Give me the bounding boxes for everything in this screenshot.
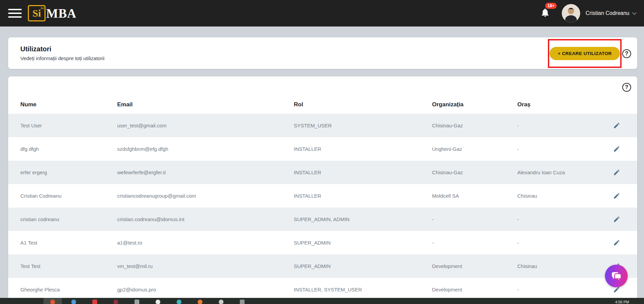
table-row: Test Testvm_test@mil.ruSUPER_ADMINDevelo…: [8, 254, 637, 278]
cell-email: gp2@idomus.pro: [117, 287, 294, 292]
page-header-text: Utilizatori Vedeți informații despre toț…: [8, 45, 105, 61]
edit-user-button[interactable]: [599, 239, 625, 246]
taskbar: 4:56 PM: [0, 298, 644, 304]
cell-rol: SUPER_ADMIN, ADMIN: [294, 216, 432, 222]
page-header-card: Utilizatori Vedeți informații despre toț…: [8, 37, 637, 69]
hamburger-menu-icon[interactable]: [8, 9, 22, 18]
topbar-right: 18+ Cristian Codreanu: [540, 4, 636, 22]
page-title: Utilizatori: [20, 45, 105, 53]
cell-nume: Cristian Codreanu: [20, 193, 117, 199]
avatar[interactable]: [562, 4, 580, 22]
users-table-card: ? Nume Email Rol Organizația Oraș Test U…: [8, 76, 637, 304]
taskbar-app-blue-icon[interactable]: [71, 300, 76, 304]
taskbar-clock: 4:56 PM: [615, 300, 629, 304]
edit-user-button[interactable]: [599, 169, 625, 176]
cell-oras: -: [517, 146, 599, 152]
cell-rol: INSTALLER: [294, 146, 432, 152]
column-header-email: Email: [117, 101, 294, 108]
cell-email: cristiancodreanugroup@gmail.com: [117, 193, 294, 199]
annotation-highlight-box: + CREARE UTILIZATOR: [548, 39, 622, 68]
taskbar-app-lightgray-icon[interactable]: [219, 300, 223, 304]
edit-user-button[interactable]: [599, 216, 625, 223]
cell-nume: Test User: [20, 123, 117, 128]
chat-widget-button[interactable]: [605, 265, 628, 287]
cell-email: wefewrferfe@ergfer.ti: [117, 169, 294, 175]
table-row: dfg dfghszdsfghbnm@efg.dfghINSTALLERUngh…: [8, 137, 637, 161]
table-row: Cristian Codreanucristiancodreanugroup@g…: [8, 184, 637, 208]
cell-oras: -: [517, 123, 599, 128]
cell-nume: A1 Test: [20, 240, 117, 246]
cell-rol: INSTALLER: [294, 169, 432, 175]
create-user-button[interactable]: + CREARE UTILIZATOR: [550, 47, 620, 60]
column-header-organizatia: Organizația: [432, 101, 517, 108]
edit-pencil-icon: [613, 169, 620, 176]
taskbar-app-gray2-icon[interactable]: [240, 300, 245, 304]
table-row: A1 Testa1@test.roSUPER_ADMIN--: [8, 231, 637, 254]
user-menu[interactable]: Cristian Codreanu: [586, 10, 629, 16]
edit-user-button[interactable]: [599, 286, 625, 293]
taskbar-app-orange-icon[interactable]: [198, 300, 202, 304]
app-logo: Si 14 MBA: [28, 5, 76, 21]
cell-oras: Chisinau: [517, 263, 599, 269]
topbar: Si 14 MBA 18+ Cristian Codreanu: [0, 0, 644, 26]
cell-nume: erfer ergerg: [20, 169, 117, 175]
help-icon[interactable]: ?: [622, 49, 631, 58]
cell-organizatia: Development: [432, 287, 517, 292]
cell-organizatia: Chisinau-Gaz: [432, 123, 517, 128]
edit-pencil-icon: [613, 192, 620, 199]
table-row: cristian codreanucristian.codreanu@idomu…: [8, 208, 637, 231]
taskbar-app-white-icon[interactable]: [156, 300, 160, 304]
cell-email: szdsfghbnm@efg.dfgh: [117, 146, 294, 152]
edit-pencil-icon: [613, 122, 620, 129]
cell-oras: -: [517, 287, 599, 292]
edit-pencil-icon: [613, 239, 620, 246]
cell-nume: cristian codreanu: [20, 216, 117, 222]
cell-organizatia: -: [432, 216, 517, 222]
cell-rol: SUPER_ADMIN: [294, 240, 432, 246]
cell-organizatia: -: [432, 240, 517, 246]
notifications-button[interactable]: 18+: [540, 7, 550, 19]
cell-email: cristian.codreanu@idomus.int: [117, 216, 294, 222]
taskbar-app-darkred-icon[interactable]: [113, 300, 118, 304]
taskbar-active-app[interactable]: [43, 298, 62, 304]
cell-rol: SYSTEM_USER: [294, 123, 432, 128]
taskbar-app-red-icon[interactable]: [92, 300, 97, 304]
cell-email: vm_test@mil.ru: [117, 263, 294, 269]
cell-oras: Alexandru Ioan Cuza: [517, 169, 599, 175]
chat-bubbles-icon: [610, 270, 623, 283]
cell-rol: INSTALLER: [294, 193, 432, 199]
cell-rol: INSTALLER, SYSTEM_USER: [294, 287, 432, 292]
taskbar-app-browser-icon: [50, 300, 55, 304]
cell-nume: dfg dfgh: [20, 146, 117, 152]
edit-user-button[interactable]: [599, 192, 625, 199]
edit-pencil-icon: [613, 145, 620, 153]
notification-count-badge: 18+: [545, 3, 557, 9]
taskbar-icons: [71, 300, 245, 304]
cell-organizatia: Moldcell SA: [432, 193, 517, 199]
cell-email: a1@test.ro: [117, 240, 294, 246]
page-subtitle: Vedeți informații despre toți utilizator…: [20, 55, 105, 61]
cell-organizatia: Ungheni-Gaz: [432, 146, 517, 152]
taskbar-app-gray-icon[interactable]: [135, 300, 139, 304]
cell-oras: -: [517, 216, 599, 222]
cell-organizatia: Chisinau-Gaz: [432, 169, 517, 175]
cell-oras: Chisinau: [517, 193, 599, 199]
edit-user-button[interactable]: [599, 145, 625, 153]
screen: Si 14 MBA 18+ Cristian Codreanu: [0, 0, 644, 304]
column-header-rol: Rol: [294, 101, 432, 108]
cell-nume: Gheorghe Plesca: [20, 287, 117, 292]
edit-user-button[interactable]: [599, 122, 625, 129]
cell-email: user_test@gmail.com: [117, 123, 294, 128]
table-row: Test Useruser_test@gmail.comSYSTEM_USERC…: [8, 114, 637, 137]
taskbar-app-teal-icon[interactable]: [177, 300, 181, 304]
chevron-down-icon[interactable]: [632, 11, 637, 15]
logo-si-box: Si 14: [28, 5, 46, 21]
avatar-photo: [562, 4, 580, 22]
logo-superscript: 14: [40, 6, 43, 10]
cell-nume: Test Test: [20, 263, 117, 269]
logo-si-text: Si: [32, 7, 41, 19]
cell-organizatia: Development: [432, 263, 517, 269]
edit-pencil-icon: [613, 216, 620, 223]
help-icon[interactable]: ?: [622, 83, 631, 92]
table-row: erfer ergergwefewrferfe@ergfer.tiINSTALL…: [8, 161, 637, 184]
